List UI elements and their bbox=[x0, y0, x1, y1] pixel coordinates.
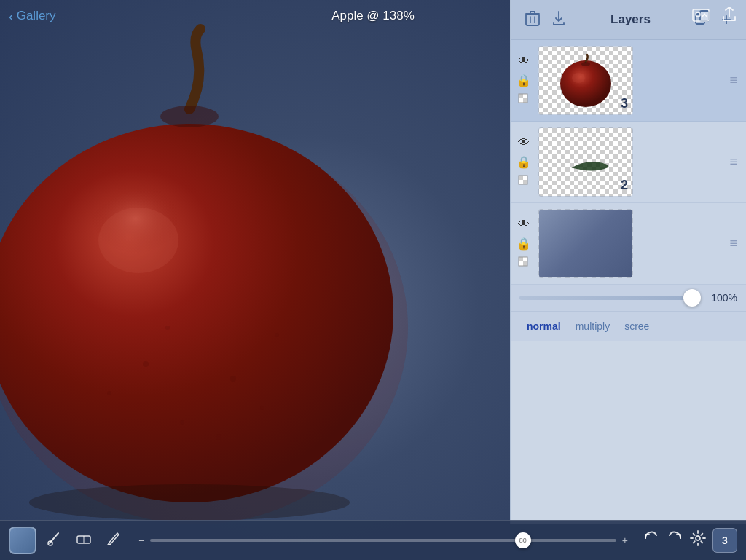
color-swatch[interactable] bbox=[9, 527, 36, 554]
layer-item-3[interactable]: 👁 🔒 bbox=[511, 40, 746, 122]
layer-item-2[interactable]: 👁 🔒 2 ≡ bbox=[511, 122, 746, 203]
apple-painting bbox=[0, 15, 510, 546]
layer-3-thumbnail[interactable]: 3 bbox=[538, 46, 633, 115]
layer-1-handle[interactable]: ≡ bbox=[726, 236, 740, 251]
settings-button[interactable] bbox=[689, 529, 707, 551]
svg-point-30 bbox=[560, 60, 611, 107]
layer-2-thumbnail[interactable]: 2 bbox=[538, 127, 633, 197]
alpha-lock-icon-2[interactable] bbox=[518, 175, 530, 189]
svg-point-3 bbox=[160, 106, 219, 127]
canvas-area bbox=[0, 0, 510, 560]
layer-3-handle[interactable]: ≡ bbox=[726, 73, 740, 88]
gallery-label: Gallery bbox=[17, 9, 56, 23]
opacity-value: 100% bbox=[708, 292, 737, 304]
layer-2-number: 2 bbox=[621, 178, 628, 193]
zoom-thumb[interactable]: 80 bbox=[515, 532, 531, 548]
share-icon[interactable] bbox=[721, 7, 737, 26]
lock-icon-3[interactable]: 🔒 bbox=[517, 74, 531, 87]
zoom-value-thumb: 80 bbox=[519, 537, 527, 544]
svg-point-4 bbox=[29, 484, 350, 521]
svg-rect-39 bbox=[523, 257, 527, 261]
blend-modes: normal multiply scree bbox=[511, 312, 746, 341]
alpha-lock-icon-3[interactable] bbox=[518, 93, 530, 107]
svg-rect-35 bbox=[519, 180, 523, 184]
bottom-toolbar: − 80 + bbox=[0, 520, 746, 560]
svg-point-5 bbox=[98, 208, 178, 273]
layer-1-icons: 👁 🔒 bbox=[514, 218, 534, 270]
layer-3-icons: 👁 🔒 bbox=[514, 55, 534, 107]
svg-rect-33 bbox=[519, 176, 523, 180]
photo-icon[interactable] bbox=[692, 7, 710, 25]
layer-item-1[interactable]: 👁 🔒 ≡ bbox=[511, 203, 746, 285]
svg-point-1 bbox=[0, 124, 393, 502]
svg-rect-34 bbox=[523, 176, 527, 180]
svg-point-10 bbox=[275, 333, 279, 337]
blend-multiply[interactable]: multiply bbox=[568, 318, 617, 335]
lock-icon-1[interactable]: 🔒 bbox=[517, 237, 531, 251]
zoom-minus[interactable]: − bbox=[138, 535, 144, 546]
svg-point-15 bbox=[696, 12, 700, 17]
svg-point-12 bbox=[216, 434, 221, 440]
bottom-right-tools: 3 bbox=[643, 528, 737, 553]
visibility-icon-1[interactable]: 👁 bbox=[518, 218, 530, 231]
canvas-title: Apple @ 138% bbox=[331, 9, 415, 23]
opacity-thumb[interactable] bbox=[683, 289, 701, 307]
opacity-slider[interactable] bbox=[519, 296, 701, 300]
top-bar: ‹ Gallery Apple @ 138% bbox=[0, 0, 746, 32]
svg-rect-38 bbox=[519, 257, 523, 261]
layers-panel: Layers + 👁 🔒 bbox=[510, 0, 746, 524]
lock-icon-2[interactable]: 🔒 bbox=[517, 155, 531, 169]
svg-point-8 bbox=[180, 420, 184, 425]
layer-1-thumbnail[interactable] bbox=[538, 209, 633, 278]
visibility-icon-3[interactable]: 👁 bbox=[518, 55, 530, 68]
svg-point-9 bbox=[143, 361, 149, 367]
svg-rect-14 bbox=[693, 9, 709, 21]
layer-count-button[interactable]: 3 bbox=[712, 528, 737, 553]
svg-rect-36 bbox=[523, 180, 527, 184]
layer-2-icons: 👁 🔒 bbox=[514, 136, 534, 189]
svg-point-6 bbox=[230, 376, 236, 382]
svg-rect-28 bbox=[523, 98, 527, 103]
svg-rect-27 bbox=[519, 98, 523, 103]
svg-rect-41 bbox=[523, 261, 527, 266]
zoom-slider[interactable]: 80 bbox=[150, 539, 616, 542]
svg-point-32 bbox=[572, 73, 585, 83]
svg-point-19 bbox=[696, 536, 700, 540]
eraser-tool[interactable] bbox=[73, 527, 95, 553]
visibility-icon-2[interactable]: 👁 bbox=[518, 136, 530, 149]
redo-button[interactable] bbox=[666, 529, 683, 551]
zoom-plus[interactable]: + bbox=[622, 535, 628, 546]
blend-normal[interactable]: normal bbox=[519, 318, 568, 335]
undo-button[interactable] bbox=[643, 529, 660, 551]
brush-tool[interactable] bbox=[44, 527, 66, 553]
layer-2-handle[interactable]: ≡ bbox=[726, 154, 740, 170]
svg-point-13 bbox=[165, 326, 170, 330]
alpha-lock-icon-1[interactable] bbox=[518, 256, 530, 270]
back-chevron-icon: ‹ bbox=[9, 8, 14, 25]
opacity-section: 100% bbox=[511, 285, 746, 312]
zoom-slider-container: − 80 + bbox=[138, 535, 628, 546]
top-right-icons bbox=[692, 7, 737, 26]
svg-rect-26 bbox=[523, 94, 527, 98]
layer-3-number: 3 bbox=[621, 96, 628, 111]
pen-tool[interactable] bbox=[102, 527, 124, 553]
svg-rect-40 bbox=[519, 261, 523, 266]
svg-rect-25 bbox=[519, 94, 523, 98]
gallery-button[interactable]: ‹ Gallery bbox=[9, 8, 56, 25]
svg-point-31 bbox=[581, 62, 590, 66]
svg-point-7 bbox=[260, 406, 264, 410]
blend-screen[interactable]: scree bbox=[617, 318, 656, 335]
svg-point-11 bbox=[107, 391, 111, 395]
